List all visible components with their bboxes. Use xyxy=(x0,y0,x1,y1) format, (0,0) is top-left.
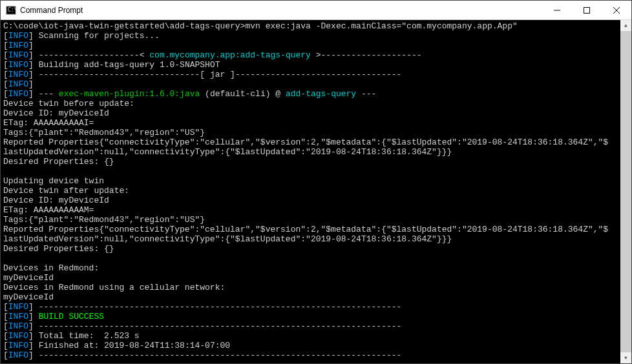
build-success: BUILD SUCCESS xyxy=(39,312,104,321)
vertical-scrollbar[interactable]: ▲ ▼ xyxy=(620,20,631,363)
prompt-path: C:\code\iot-java-twin-getstarted\add-tag… xyxy=(3,21,245,31)
output-line: Reported Properties{"connectivityType":"… xyxy=(3,137,608,147)
svg-text:C:\: C:\ xyxy=(8,7,16,13)
terminal-output[interactable]: C:\code\iot-java-twin-getstarted\add-tag… xyxy=(1,20,620,363)
output-line: Desired Properties: {} xyxy=(3,157,114,167)
output-line: Reported Properties{"connectivityType":"… xyxy=(3,225,608,234)
scroll-track[interactable] xyxy=(620,31,631,352)
command-text: mvn exec:java -Dexec.mainClass="com.myco… xyxy=(245,21,517,31)
maximize-button[interactable] xyxy=(572,1,602,19)
info-label: INFO xyxy=(8,31,28,41)
output-line: Tags:{"plant":"Redmond43","region":"US"} xyxy=(3,128,205,137)
window-title: Command Prompt xyxy=(20,6,542,15)
output-line: Devices in Redmond: xyxy=(3,263,99,273)
output-line: ETag: AAAAAAAAAAI= xyxy=(3,118,94,128)
terminal-area: C:\code\iot-java-twin-getstarted\add-tag… xyxy=(1,20,631,363)
svg-rect-3 xyxy=(584,7,590,13)
output-line: lastUpdatedVersion":null,"connectivityTy… xyxy=(3,234,452,244)
artifact-id: com.mycompany.app:add-tags-query xyxy=(149,50,311,60)
output-line: myDeviceId xyxy=(3,292,54,302)
output-line: myDeviceId xyxy=(3,273,54,283)
output-line: Device twin before update: xyxy=(3,99,134,108)
output-line: Device twin after update: xyxy=(3,186,129,196)
scroll-down-arrow[interactable]: ▼ xyxy=(620,352,631,363)
scroll-up-arrow[interactable]: ▲ xyxy=(620,20,631,31)
output-line: Device ID: myDeviceId xyxy=(3,196,109,205)
output-line: lastUpdatedVersion":null,"connectivityTy… xyxy=(3,147,452,157)
app-icon: C:\ xyxy=(6,5,16,15)
output-line: Tags:{"plant":"Redmond43","region":"US"} xyxy=(3,215,205,225)
window-controls xyxy=(542,1,631,19)
titlebar: C:\ Command Prompt xyxy=(1,1,631,20)
output-line: Desired Properties: {} xyxy=(3,244,114,254)
output-line: ETag: AAAAAAAAAAM= xyxy=(3,205,94,215)
output-line: Updating device twin xyxy=(3,176,104,186)
close-button[interactable] xyxy=(602,1,631,19)
command-prompt-window: C:\ Command Prompt C:\code\iot-java-twin… xyxy=(0,0,632,364)
output-line: Devices in Redmond using a cellular netw… xyxy=(3,283,225,292)
minimize-button[interactable] xyxy=(542,1,572,19)
output-line: Device ID: myDeviceId xyxy=(3,108,109,118)
scroll-thumb[interactable] xyxy=(620,31,631,352)
plugin-id: exec-maven-plugin:1.6.0:java xyxy=(59,89,200,99)
